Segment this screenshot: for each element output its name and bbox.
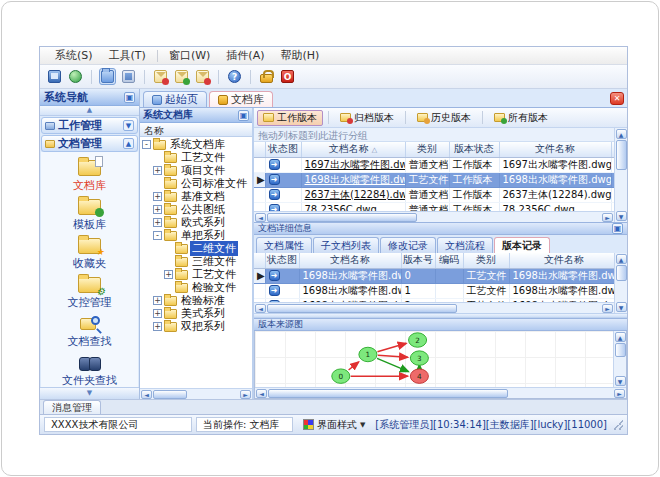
- pin-icon[interactable]: ▣: [124, 92, 135, 103]
- col-doc-name[interactable]: 文档名称: [301, 142, 405, 157]
- menu-help[interactable]: 帮助(H): [273, 47, 326, 64]
- menu-tools[interactable]: 工具(T): [102, 47, 153, 64]
- scroll-right-icon[interactable]: ►: [602, 213, 613, 222]
- help-button[interactable]: ?: [226, 68, 243, 85]
- sidebar-item-folder-search[interactable]: 文件夹查找: [44, 353, 136, 387]
- scroll-up-icon[interactable]: ▲: [616, 254, 627, 264]
- tab-document-library[interactable]: 文档库: [209, 91, 273, 107]
- mail-send-button[interactable]: [173, 68, 190, 85]
- mail-button[interactable]: [152, 68, 169, 85]
- graph-horizontal-scrollbar[interactable]: ◄ ►: [255, 387, 626, 398]
- pin-icon[interactable]: ▣: [238, 110, 249, 121]
- exit-button[interactable]: O: [279, 68, 296, 85]
- history-version-button[interactable]: 历史版本: [411, 110, 477, 126]
- tree-expander-icon[interactable]: [153, 218, 162, 227]
- tree-expander-icon[interactable]: [153, 309, 162, 318]
- col-version-no[interactable]: 版本号: [401, 253, 435, 268]
- tree-horizontal-scrollbar[interactable]: ◄ ►: [140, 388, 252, 399]
- scroll-right-icon[interactable]: ►: [602, 304, 613, 313]
- menu-window[interactable]: 窗口(W): [162, 47, 217, 64]
- scroll-left-icon[interactable]: ◄: [141, 390, 152, 399]
- scrollbar-thumb[interactable]: [267, 213, 417, 222]
- col-file-name[interactable]: 文件名称: [509, 253, 614, 268]
- table-row[interactable]: ➜ 1698出水嘴零件图.dwg 1 工艺文件 1698出水嘴零件图.dwg 7…: [254, 283, 614, 298]
- tree-expander-icon[interactable]: [153, 166, 162, 175]
- workspace-button[interactable]: [120, 68, 137, 85]
- versions-horizontal-scrollbar[interactable]: ◄ ►: [254, 302, 614, 313]
- tree-expander-icon[interactable]: [153, 322, 162, 331]
- menu-plugins[interactable]: 插件(A): [219, 47, 271, 64]
- sidebar-item-doc-search[interactable]: 文档查找: [44, 314, 136, 352]
- sidebar-item-document-library[interactable]: 文档库: [44, 158, 136, 196]
- tree-expander-icon[interactable]: [153, 231, 162, 240]
- sidebar-item-favorites[interactable]: ★ 收藏夹: [44, 236, 136, 274]
- table-row-selected[interactable]: ▶ ➜ 1698出水嘴零件图.dwg 工艺文件 工作版本 1698出水嘴零件图.…: [254, 172, 614, 187]
- scrollbar-thumb[interactable]: [268, 389, 508, 398]
- scroll-down-icon[interactable]: ▼: [615, 376, 626, 386]
- tree-expander-icon[interactable]: [153, 192, 162, 201]
- tab-message-management[interactable]: 消息管理: [43, 400, 101, 414]
- tab-version-records[interactable]: 版本记录: [494, 237, 550, 253]
- col-file-name[interactable]: 文件名称: [499, 142, 611, 157]
- tree-expander-icon[interactable]: [142, 140, 151, 149]
- col-status[interactable]: 状态图: [265, 253, 299, 268]
- documents-horizontal-scrollbar[interactable]: ◄ ►: [254, 211, 614, 222]
- scroll-up-icon[interactable]: ▲: [615, 332, 626, 342]
- versions-vertical-scrollbar[interactable]: ▲ ▼: [614, 253, 627, 313]
- tree-expander-icon[interactable]: [153, 296, 162, 305]
- scroll-down-icon[interactable]: ▼: [616, 302, 627, 312]
- working-version-button[interactable]: 工作版本: [257, 110, 323, 126]
- tab-subdoc-list[interactable]: 子文档列表: [313, 237, 379, 253]
- resize-grip[interactable]: [613, 420, 623, 430]
- tab-doc-properties[interactable]: 文档属性: [256, 237, 312, 253]
- network-button[interactable]: [67, 68, 84, 85]
- lock-button[interactable]: [258, 68, 275, 85]
- sidebar-expand-strip[interactable]: ▼: [40, 387, 139, 399]
- tree-expander-icon[interactable]: [164, 270, 173, 279]
- all-versions-button[interactable]: 所有版本: [488, 110, 554, 126]
- table-row[interactable]: ➜ 1697出水嘴零件图.dwg 普通文档 工作版本 1697出水嘴零件图.dw…: [254, 157, 614, 172]
- table-row[interactable]: ➜ 78.2356C.dwg 普通文档 工作版本 78.2356C.dwg 18…: [254, 202, 614, 211]
- documents-vertical-scrollbar[interactable]: ▲ ▼: [614, 128, 627, 222]
- graph-vertical-scrollbar[interactable]: ▲ ▼: [613, 331, 626, 387]
- col-version-state[interactable]: 版本状态: [449, 142, 499, 157]
- col-category[interactable]: 类别: [405, 142, 449, 157]
- interface-style-button[interactable]: 界面样式 ▼: [297, 417, 371, 432]
- sidebar-item-doc-control[interactable]: ⚙ 文控管理: [44, 275, 136, 313]
- table-row[interactable]: ➜ 2637主体(12284).dwg 普通文档 工作版本 2637主体(122…: [254, 187, 614, 202]
- tab-modify-records[interactable]: 修改记录: [380, 237, 436, 253]
- chevron-down-icon[interactable]: ▼: [123, 120, 134, 131]
- table-row-selected[interactable]: ▶ ➜ 1698出水嘴零件图.dwg 0 工艺文件 1698出水嘴零件图.dwg…: [254, 268, 614, 283]
- scroll-left-icon[interactable]: ◄: [256, 389, 267, 398]
- version-graph-canvas[interactable]: 01234: [255, 331, 613, 387]
- col-doc-name[interactable]: 文档名称: [299, 253, 401, 268]
- scroll-left-icon[interactable]: ◄: [255, 304, 266, 313]
- scroll-right-icon[interactable]: ►: [614, 389, 625, 398]
- scrollbar-thumb[interactable]: [615, 343, 626, 357]
- archived-version-button[interactable]: 归档版本: [334, 110, 400, 126]
- group-document-management[interactable]: 文档管理 ▲: [41, 135, 138, 152]
- document-library-button[interactable]: [99, 68, 116, 85]
- col-status[interactable]: 状态图: [265, 142, 301, 157]
- tree-node[interactable]: 双把系列: [140, 320, 252, 333]
- chevron-up-icon[interactable]: ▲: [123, 138, 134, 149]
- workstation-button[interactable]: [46, 68, 63, 85]
- col-category[interactable]: 类别: [463, 253, 509, 268]
- sidebar-item-template-library[interactable]: 模板库: [44, 197, 136, 235]
- menu-system[interactable]: 系统(S): [48, 47, 100, 64]
- scroll-left-icon[interactable]: ◄: [255, 213, 266, 222]
- scroll-up-icon[interactable]: ▲: [616, 129, 627, 139]
- scrollbar-thumb[interactable]: [616, 265, 627, 281]
- col-code[interactable]: 编码: [435, 253, 463, 268]
- group-work-management[interactable]: 工作管理 ▼: [41, 117, 138, 134]
- tab-start-page[interactable]: 起始页: [143, 91, 207, 107]
- tree-expander-icon[interactable]: [153, 205, 162, 214]
- scroll-right-icon[interactable]: ►: [240, 390, 251, 399]
- scrollbar-thumb[interactable]: [616, 140, 627, 170]
- sidebar-collapse-strip[interactable]: ▲: [40, 106, 139, 116]
- tab-doc-flow[interactable]: 文档流程: [437, 237, 493, 253]
- scrollbar-thumb[interactable]: [267, 304, 457, 313]
- close-tab-button[interactable]: ✕: [610, 92, 624, 105]
- tree-column-header[interactable]: 名称: [140, 123, 252, 137]
- pin-icon[interactable]: ▣: [612, 223, 623, 234]
